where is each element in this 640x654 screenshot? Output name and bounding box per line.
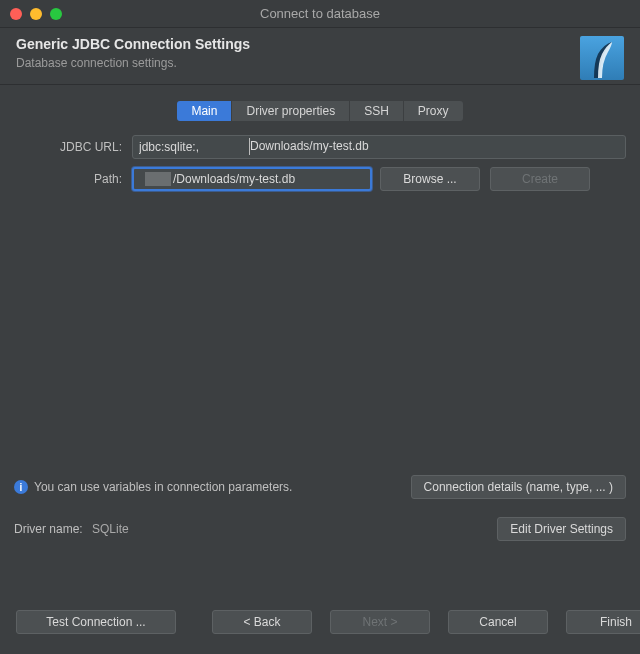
tab-ssh[interactable]: SSH <box>350 101 404 121</box>
driver-row: Driver name: SQLite Edit Driver Settings <box>14 517 626 541</box>
tab-proxy[interactable]: Proxy <box>404 101 463 121</box>
dialog-subtitle: Database connection settings. <box>16 56 250 70</box>
sqlite-logo-icon <box>580 36 624 80</box>
close-window-button[interactable] <box>10 8 22 20</box>
window-controls <box>0 8 62 20</box>
test-connection-button[interactable]: Test Connection ... <box>16 610 176 634</box>
jdbc-url-label: JDBC URL: <box>14 140 132 154</box>
dialog-footer: Test Connection ... < Back Next > Cancel… <box>0 596 640 654</box>
info-text: You can use variables in connection para… <box>34 480 292 494</box>
window-titlebar: Connect to database <box>0 0 640 28</box>
info-icon: i <box>14 480 28 494</box>
path-input[interactable]: /Downloads/my-test.db <box>132 167 372 191</box>
driver-name-label: Driver name: <box>14 522 83 536</box>
driver-name-value: SQLite <box>92 522 129 536</box>
info-row: i You can use variables in connection pa… <box>14 471 626 503</box>
cancel-button[interactable]: Cancel <box>448 610 548 634</box>
dialog-title: Generic JDBC Connection Settings <box>16 36 250 52</box>
main-panel: Main Driver properties SSH Proxy JDBC UR… <box>0 85 640 551</box>
back-button[interactable]: < Back <box>212 610 312 634</box>
jdbc-url-row: JDBC URL: Downloads/my-test.db <box>14 135 626 159</box>
path-label: Path: <box>14 172 132 186</box>
window-title: Connect to database <box>0 6 640 21</box>
browse-button[interactable]: Browse ... <box>380 167 480 191</box>
next-button: Next > <box>330 610 430 634</box>
zoom-window-button[interactable] <box>50 8 62 20</box>
connection-details-button[interactable]: Connection details (name, type, ... ) <box>411 475 626 499</box>
path-row: Path: /Downloads/my-test.db Browse ... C… <box>14 167 626 191</box>
finish-button[interactable]: Finish <box>566 610 640 634</box>
tab-driver-properties[interactable]: Driver properties <box>232 101 350 121</box>
dialog-header: Generic JDBC Connection Settings Databas… <box>0 28 640 84</box>
tab-main[interactable]: Main <box>177 101 232 121</box>
minimize-window-button[interactable] <box>30 8 42 20</box>
text-caret <box>249 138 250 155</box>
edit-driver-settings-button[interactable]: Edit Driver Settings <box>497 517 626 541</box>
jdbc-url-input[interactable] <box>132 135 626 159</box>
create-button: Create <box>490 167 590 191</box>
settings-tabs: Main Driver properties SSH Proxy <box>14 101 626 121</box>
path-value: /Downloads/my-test.db <box>173 172 295 186</box>
redacted-path-segment <box>145 172 171 186</box>
